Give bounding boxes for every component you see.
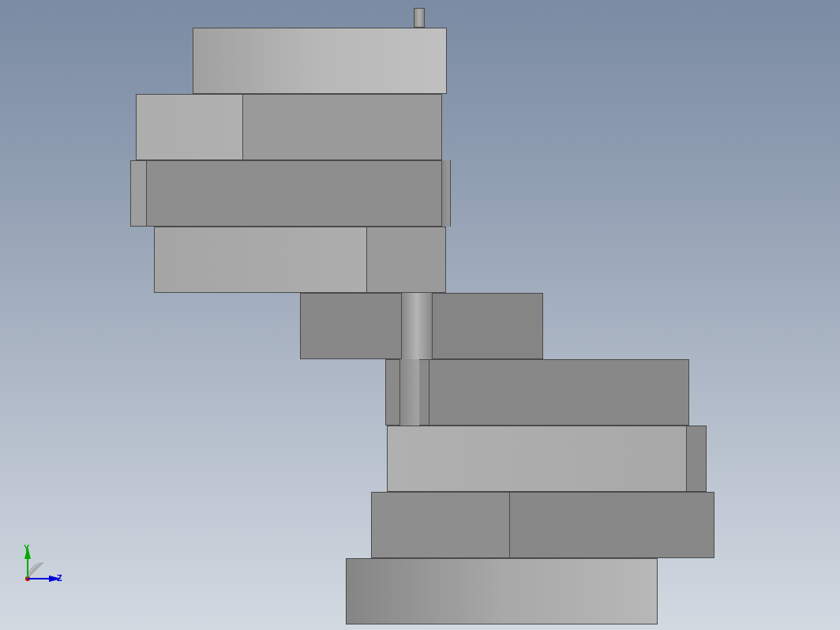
- stair-step-6: [385, 359, 689, 426]
- stair-step-2: [136, 94, 442, 160]
- center-pole-segment: [399, 359, 419, 426]
- axis-y-label: Y: [24, 543, 29, 553]
- center-pole-top: [414, 8, 425, 28]
- stair-step-8: [371, 492, 714, 558]
- stair-step-7: [387, 426, 707, 492]
- axis-z-label: Z: [57, 573, 62, 583]
- step-face: [301, 294, 403, 358]
- stair-step-9: [346, 558, 658, 624]
- stair-step-1: [193, 28, 447, 94]
- step-face: [137, 95, 243, 159]
- cad-viewport[interactable]: Y Z: [0, 0, 840, 630]
- center-pole-segment: [441, 160, 451, 227]
- step-face: [372, 493, 510, 557]
- step-face: [131, 161, 147, 226]
- stair-step-4: [154, 227, 446, 293]
- center-pole-segment: [401, 293, 433, 359]
- step-face: [366, 227, 445, 292]
- step-face: [686, 426, 706, 491]
- stair-step-3: [130, 160, 450, 227]
